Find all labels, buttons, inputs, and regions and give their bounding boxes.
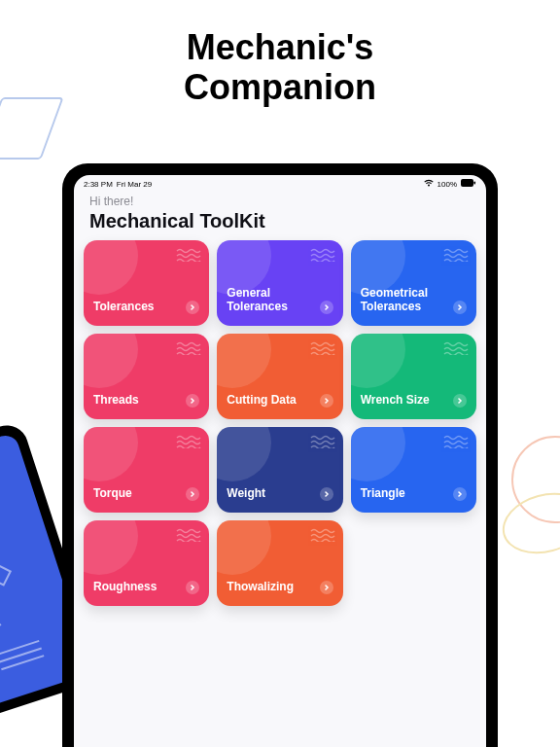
card-squiggle-decoration xyxy=(310,341,335,359)
chevron-right-icon xyxy=(453,394,467,408)
tablet-screen: 2:38 PM Fri Mar 29 100% Hi there! Mechan… xyxy=(74,175,486,747)
decoration-parallelogram xyxy=(0,97,64,160)
card-blob-decoration xyxy=(351,427,405,481)
card-blob-decoration xyxy=(217,520,271,575)
greeting-text: Hi there! xyxy=(89,195,471,208)
card-squiggle-decoration xyxy=(443,248,469,266)
card-general-tolerances[interactable]: General Tolerances xyxy=(217,240,342,326)
chevron-right-icon xyxy=(453,301,467,314)
card-wrench-size[interactable]: Wrench Size xyxy=(351,334,476,419)
app-header: Hi there! Mechanical ToolKit xyxy=(74,189,486,240)
card-label: Weight xyxy=(227,487,311,501)
tablet-mockup: 2:38 PM Fri Mar 29 100% Hi there! Mechan… xyxy=(62,163,498,747)
card-squiggle-decoration xyxy=(176,248,201,266)
card-weight[interactable]: Weight xyxy=(217,427,342,513)
chevron-right-icon xyxy=(320,581,333,594)
status-bar: 2:38 PM Fri Mar 29 100% xyxy=(74,175,486,189)
status-date: Fri Mar 29 xyxy=(117,180,152,189)
page-title-line1: Mechanic's xyxy=(187,27,374,67)
card-blob-decoration xyxy=(84,240,138,295)
card-squiggle-decoration xyxy=(176,341,201,359)
battery-icon xyxy=(461,179,476,189)
card-roughness[interactable]: Roughness xyxy=(84,520,209,606)
card-blob-decoration xyxy=(217,427,271,481)
card-threads[interactable]: Threads xyxy=(84,334,209,419)
page-title-line2: Companion xyxy=(184,67,376,107)
card-squiggle-decoration xyxy=(443,435,469,452)
card-squiggle-decoration xyxy=(310,528,335,546)
card-squiggle-decoration xyxy=(176,435,201,452)
chevron-right-icon xyxy=(186,487,199,501)
card-blob-decoration xyxy=(84,427,138,481)
card-triangle[interactable]: Triangle xyxy=(351,427,476,513)
card-cutting-data[interactable]: Cutting Data xyxy=(217,334,342,419)
app-title: Mechanical ToolKit xyxy=(89,210,471,232)
card-tolerances[interactable]: Tolerances xyxy=(84,240,209,326)
page-title: Mechanic's Companion xyxy=(0,27,560,108)
chevron-right-icon xyxy=(320,487,333,501)
svg-rect-2 xyxy=(474,182,476,185)
status-battery-text: 100% xyxy=(438,180,457,189)
card-label: Triangle xyxy=(361,487,445,501)
card-geometrical-tolerances[interactable]: Geometrical Tolerances xyxy=(351,240,476,326)
card-thowalizing[interactable]: Thowalizing xyxy=(217,520,342,606)
chevron-right-icon xyxy=(320,394,333,408)
card-blob-decoration xyxy=(351,334,405,388)
status-time: 2:38 PM xyxy=(84,180,113,189)
card-squiggle-decoration xyxy=(310,248,335,266)
card-blob-decoration xyxy=(217,334,271,388)
card-torque[interactable]: Torque xyxy=(84,427,209,513)
card-label: Thowalizing xyxy=(227,581,311,594)
card-label: Threads xyxy=(93,394,178,408)
card-label: Cutting Data xyxy=(227,394,311,408)
card-label: Wrench Size xyxy=(361,394,445,408)
card-blob-decoration xyxy=(84,334,138,388)
card-squiggle-decoration xyxy=(310,435,335,452)
svg-rect-1 xyxy=(461,179,473,187)
card-label: Torque xyxy=(93,487,178,501)
card-blob-decoration xyxy=(84,520,138,575)
chevron-right-icon xyxy=(186,394,199,408)
card-squiggle-decoration xyxy=(176,528,201,546)
card-label: Tolerances xyxy=(93,301,178,314)
card-grid: TolerancesGeneral TolerancesGeometrical … xyxy=(74,240,486,606)
wifi-icon xyxy=(424,179,434,189)
card-squiggle-decoration xyxy=(443,341,469,359)
chevron-right-icon xyxy=(186,301,199,314)
chevron-right-icon xyxy=(453,487,467,501)
card-label: Roughness xyxy=(93,581,178,594)
chevron-right-icon xyxy=(186,581,199,594)
chevron-right-icon xyxy=(320,301,333,314)
